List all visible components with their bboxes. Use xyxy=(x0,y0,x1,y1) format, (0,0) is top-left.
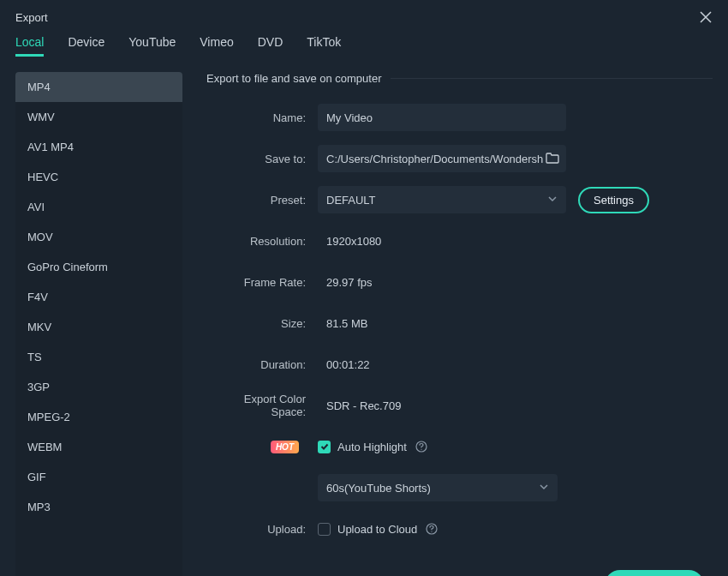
tab-local[interactable]: Local xyxy=(15,35,44,57)
tab-youtube[interactable]: YouTube xyxy=(128,35,176,57)
framerate-label: Frame Rate: xyxy=(206,276,318,289)
format-wmv[interactable]: WMV xyxy=(15,102,182,132)
saveto-field[interactable]: C:/Users/Christopher/Documents/Wondersh xyxy=(318,145,566,172)
check-icon xyxy=(320,442,329,451)
resolution-value: 1920x1080 xyxy=(318,235,381,248)
row-duration: Duration: 00:01:22 xyxy=(206,351,713,378)
tab-dvd[interactable]: DVD xyxy=(258,35,283,57)
format-gif[interactable]: GIF xyxy=(15,462,182,492)
format-mpeg-2[interactable]: MPEG-2 xyxy=(15,402,182,432)
duration-value: 00:01:22 xyxy=(318,358,370,371)
format-mov[interactable]: MOV xyxy=(15,222,182,252)
row-highlight-preset: 60s(YouTube Shorts) xyxy=(318,474,713,501)
close-icon xyxy=(700,11,712,23)
export-button[interactable]: Export xyxy=(605,570,704,576)
resolution-label: Resolution: xyxy=(206,235,318,248)
autohighlight-spacer: HOT xyxy=(206,441,318,453)
main-area: MP4WMVAV1 MP4HEVCAVIMOVGoPro CineformF4V… xyxy=(0,58,728,576)
preset-value: DEFAULT xyxy=(326,194,547,207)
format-mp3[interactable]: MP3 xyxy=(15,492,182,522)
chevron-down-icon xyxy=(547,194,558,207)
section-header: Export to file and save on computer xyxy=(206,72,713,85)
preset-select[interactable]: DEFAULT xyxy=(318,186,566,213)
row-name: Name: xyxy=(206,104,713,131)
svg-point-1 xyxy=(421,449,421,450)
framerate-value: 29.97 fps xyxy=(318,276,373,289)
name-input[interactable] xyxy=(318,104,566,131)
upload-option-label: Upload to Cloud xyxy=(337,523,417,536)
name-label: Name: xyxy=(206,111,318,124)
content-panel: Export to file and save on computer Name… xyxy=(182,72,713,576)
row-autohighlight: HOT Auto Highlight xyxy=(206,433,713,460)
format-webm[interactable]: WEBM xyxy=(15,432,182,462)
section-header-text: Export to file and save on computer xyxy=(206,72,382,85)
saveto-value: C:/Users/Christopher/Documents/Wondersh xyxy=(326,153,546,165)
upload-group: Upload to Cloud xyxy=(318,523,438,536)
format-ts[interactable]: TS xyxy=(15,342,182,372)
duration-label: Duration: xyxy=(206,358,318,371)
row-preset: Preset: DEFAULT Settings xyxy=(206,186,713,213)
size-value: 81.5 MB xyxy=(318,317,367,330)
close-button[interactable] xyxy=(697,9,714,26)
help-icon[interactable] xyxy=(426,523,438,535)
colorspace-value: SDR - Rec.709 xyxy=(318,399,401,412)
tab-vimeo[interactable]: Vimeo xyxy=(200,35,233,57)
saveto-label: Save to: xyxy=(206,153,318,165)
row-saveto: Save to: C:/Users/Christopher/Documents/… xyxy=(206,145,713,172)
tabs: LocalDeviceYouTubeVimeoDVDTikTok xyxy=(0,33,728,58)
upload-checkbox[interactable] xyxy=(318,523,331,536)
highlight-select[interactable]: 60s(YouTube Shorts) xyxy=(318,474,558,501)
upload-label: Upload: xyxy=(206,523,318,536)
format-f4v[interactable]: F4V xyxy=(15,282,182,312)
help-icon[interactable] xyxy=(415,441,427,453)
titlebar: Export xyxy=(0,0,728,33)
settings-button[interactable]: Settings xyxy=(578,187,649,213)
size-label: Size: xyxy=(206,317,318,330)
colorspace-label: Export Color Space: xyxy=(206,393,318,418)
format-3gp[interactable]: 3GP xyxy=(15,372,182,402)
row-resolution: Resolution: 1920x1080 xyxy=(206,227,713,255)
highlight-value: 60s(YouTube Shorts) xyxy=(326,482,539,495)
preset-label: Preset: xyxy=(206,194,318,207)
chevron-down-icon xyxy=(539,482,549,495)
format-mkv[interactable]: MKV xyxy=(15,312,182,342)
format-sidebar: MP4WMVAV1 MP4HEVCAVIMOVGoPro CineformF4V… xyxy=(15,72,182,576)
footer: Enable GPU accelerated video encoding Ex… xyxy=(206,556,713,576)
format-avi[interactable]: AVI xyxy=(15,192,182,222)
row-colorspace: Export Color Space: SDR - Rec.709 xyxy=(206,392,713,419)
svg-point-3 xyxy=(432,531,433,532)
autohighlight-label: Auto Highlight xyxy=(337,441,407,453)
autohighlight-checkbox[interactable] xyxy=(318,441,331,453)
row-size: Size: 81.5 MB xyxy=(206,309,713,337)
format-gopro-cineform[interactable]: GoPro Cineform xyxy=(15,252,182,282)
divider xyxy=(391,78,713,79)
tab-tiktok[interactable]: TikTok xyxy=(307,35,341,57)
folder-icon[interactable] xyxy=(546,152,559,166)
format-av1-mp4[interactable]: AV1 MP4 xyxy=(15,132,182,162)
window-title: Export xyxy=(15,11,48,24)
row-framerate: Frame Rate: 29.97 fps xyxy=(206,268,713,296)
format-hevc[interactable]: HEVC xyxy=(15,162,182,192)
tab-device[interactable]: Device xyxy=(68,35,104,57)
autohighlight-group: Auto Highlight xyxy=(318,441,427,453)
format-mp4[interactable]: MP4 xyxy=(15,72,182,102)
row-upload: Upload: Upload to Cloud xyxy=(206,515,713,543)
hot-badge: HOT xyxy=(271,441,299,453)
